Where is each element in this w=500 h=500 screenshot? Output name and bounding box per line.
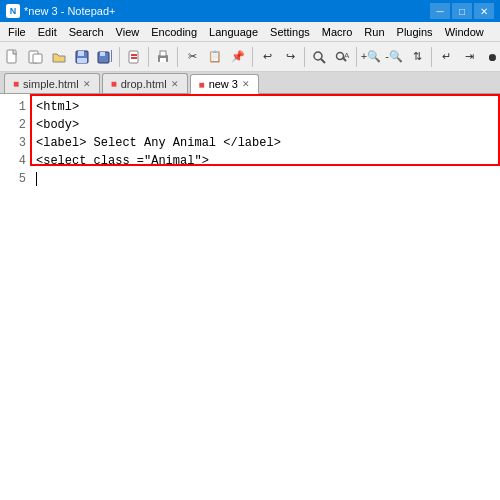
code-content-2: <body>	[36, 116, 79, 134]
menu-bar: FileEditSearchViewEncodingLanguageSettin…	[0, 22, 500, 42]
menu-item-view[interactable]: View	[110, 24, 146, 40]
cut-button[interactable]: ✂	[181, 46, 203, 68]
tab-label-drop-html: drop.html	[121, 78, 167, 90]
svg-rect-7	[100, 52, 105, 56]
find-button[interactable]	[308, 46, 330, 68]
line-num-2: 2	[8, 116, 26, 134]
title-buttons: ─ □ ✕	[430, 3, 494, 19]
menu-item-macro[interactable]: Macro	[316, 24, 359, 40]
code-line-5	[36, 170, 494, 188]
new-button[interactable]	[2, 46, 24, 68]
maximize-button[interactable]: □	[452, 3, 472, 19]
macro-record-button[interactable]: ⏺	[481, 46, 500, 68]
svg-rect-4	[78, 51, 84, 56]
svg-text:A: A	[344, 51, 350, 60]
svg-rect-8	[111, 50, 112, 62]
toolbar-sep-1	[119, 47, 120, 67]
code-content-1: <html>	[36, 98, 79, 116]
indent-button[interactable]: ⇥	[458, 46, 480, 68]
new-window-button[interactable]	[25, 46, 47, 68]
zoom-out-button[interactable]: -🔍	[383, 46, 405, 68]
save-button[interactable]	[71, 46, 93, 68]
close-doc-button[interactable]	[123, 46, 145, 68]
code-line-3: <label> Select Any Animal </label>	[36, 134, 494, 152]
notepad-icon: N	[6, 4, 20, 18]
svg-rect-5	[77, 58, 87, 63]
tab-close-new-3[interactable]: ✕	[242, 79, 250, 89]
minimize-button[interactable]: ─	[430, 3, 450, 19]
editor: 1 2 3 4 5 <html> <body> <label> Select A…	[0, 94, 500, 500]
tab-close-drop-html[interactable]: ✕	[171, 79, 179, 89]
tab-label-new-3: new 3	[209, 78, 238, 90]
tab-icon-drop-html: ■	[111, 78, 117, 89]
redo-button[interactable]: ↪	[279, 46, 301, 68]
code-content-4: <select class ="Animal">	[36, 152, 209, 170]
title-text: *new 3 - Notepad+	[24, 5, 115, 17]
print-button[interactable]	[152, 46, 174, 68]
sync-scroll-button[interactable]: ⇅	[406, 46, 428, 68]
code-line-2: <body>	[36, 116, 494, 134]
code-line-4: <select class ="Animal">	[36, 152, 494, 170]
svg-line-16	[321, 59, 325, 63]
menu-item-window[interactable]: Window	[439, 24, 490, 40]
menu-item-settings[interactable]: Settings	[264, 24, 316, 40]
line-num-3: 3	[8, 134, 26, 152]
toolbar-sep-5	[304, 47, 305, 67]
tab-new-3[interactable]: ■ new 3 ✕	[190, 74, 259, 94]
toolbar-sep-6	[356, 47, 357, 67]
toolbar-sep-2	[148, 47, 149, 67]
save-all-button[interactable]	[94, 46, 116, 68]
menu-item-run[interactable]: Run	[358, 24, 390, 40]
tab-close-simple-html[interactable]: ✕	[83, 79, 91, 89]
title-bar: N *new 3 - Notepad+ ─ □ ✕	[0, 0, 500, 22]
menu-item-language[interactable]: Language	[203, 24, 264, 40]
line-num-4: 4	[8, 152, 26, 170]
menu-item-search[interactable]: Search	[63, 24, 110, 40]
text-cursor	[36, 172, 37, 186]
menu-item-plugins[interactable]: Plugins	[391, 24, 439, 40]
tab-label-simple-html: simple.html	[23, 78, 79, 90]
menu-item-encoding[interactable]: Encoding	[145, 24, 203, 40]
toolbar-sep-7	[431, 47, 432, 67]
menu-item-file[interactable]: File	[2, 24, 32, 40]
svg-point-15	[314, 52, 322, 60]
undo-button[interactable]: ↩	[256, 46, 278, 68]
replace-button[interactable]: A	[331, 46, 353, 68]
svg-rect-9	[129, 51, 138, 63]
toolbar-sep-4	[252, 47, 253, 67]
code-area[interactable]: <html> <body> <label> Select Any Animal …	[30, 94, 500, 500]
zoom-in-button[interactable]: +🔍	[360, 46, 382, 68]
toolbar: ✂ 📋 📌 ↩ ↪ A +🔍 -🔍 ⇅ ↵ ⇥ ⏺ ▶	[0, 42, 500, 72]
close-button[interactable]: ✕	[474, 3, 494, 19]
open-button[interactable]	[48, 46, 70, 68]
code-line-1: <html>	[36, 98, 494, 116]
tabs-bar: ■ simple.html ✕ ■ drop.html ✕ ■ new 3 ✕	[0, 72, 500, 94]
svg-rect-13	[160, 51, 166, 56]
tab-simple-html[interactable]: ■ simple.html ✕	[4, 73, 100, 93]
svg-point-17	[337, 52, 344, 59]
title-bar-left: N *new 3 - Notepad+	[6, 4, 115, 18]
code-content-3: <label> Select Any Animal </label>	[36, 134, 281, 152]
line-numbers: 1 2 3 4 5	[0, 94, 30, 500]
toolbar-sep-3	[177, 47, 178, 67]
paste-button[interactable]: 📌	[227, 46, 249, 68]
menu-item-edit[interactable]: Edit	[32, 24, 63, 40]
tab-icon-simple-html: ■	[13, 78, 19, 89]
line-num-1: 1	[8, 98, 26, 116]
wrap-button[interactable]: ↵	[435, 46, 457, 68]
svg-rect-14	[160, 58, 166, 62]
svg-rect-2	[33, 54, 42, 63]
line-num-5: 5	[8, 170, 26, 188]
tab-drop-html[interactable]: ■ drop.html ✕	[102, 73, 188, 93]
copy-button[interactable]: 📋	[204, 46, 226, 68]
tab-icon-new-3: ■	[199, 79, 205, 90]
